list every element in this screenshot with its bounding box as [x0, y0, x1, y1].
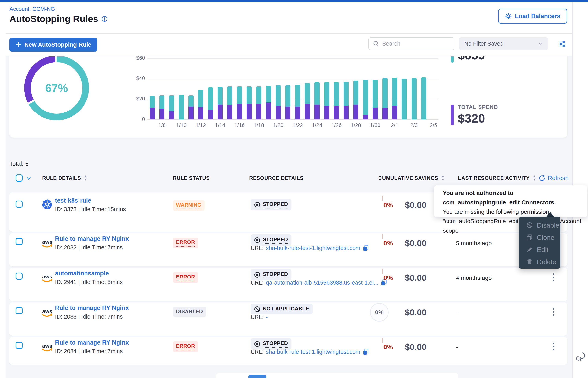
- resource-state-badge: NOT APPLICABLE: [251, 304, 313, 314]
- savings-percent: 0%: [383, 343, 393, 351]
- bar-1/10: [179, 95, 184, 119]
- platform-icon: aws: [42, 272, 53, 283]
- bar-1/29: [363, 80, 368, 119]
- bar-1/25: [324, 82, 329, 119]
- menu-item-edit[interactable]: Edit: [519, 243, 561, 256]
- pagination-current-page[interactable]: [248, 375, 267, 378]
- row-checkbox[interactable]: [15, 342, 23, 349]
- rule-status-badge: WARNING: [173, 200, 205, 211]
- row-actions-kebab[interactable]: [549, 342, 558, 352]
- stopped-icon: [254, 341, 260, 347]
- rule-meta: ID: 2941 | Idle Time: 5mins: [55, 279, 123, 285]
- savings-percent-cell: 0%: [366, 268, 393, 287]
- new-autostopping-rule-button[interactable]: New AutoStopping Rule: [9, 38, 97, 52]
- bar-1/7: [150, 96, 155, 119]
- page-header: Account: CCM-NG AutoStopping Rules Load …: [5, 2, 572, 34]
- savings-amount: $0.00: [405, 238, 426, 248]
- row-actions-kebab[interactable]: [549, 307, 558, 318]
- load-balancers-button[interactable]: Load Balancers: [498, 9, 567, 24]
- resource-url-link[interactable]: -: [266, 314, 268, 320]
- savings-percent: 0%: [370, 303, 389, 322]
- bar-1/26: [334, 82, 339, 119]
- rule-meta: ID: 3373 | Idle Time: 15mins: [55, 206, 126, 213]
- column-header-last-resource-activity[interactable]: LAST RESOURCE ACTIVITY: [458, 173, 536, 183]
- bar-1/23: [305, 83, 310, 119]
- x-tick-label: 1/8: [153, 122, 171, 128]
- x-tick-label: 1/24: [308, 122, 326, 128]
- rule-name-link[interactable]: Rule to manage RY Nginx: [55, 339, 129, 346]
- total-spend-accent-bar: [451, 105, 454, 125]
- aws-icon: aws: [42, 272, 53, 283]
- savings-amount: $0.00: [405, 308, 426, 317]
- saved-filter-value: No Filter Saved: [464, 40, 503, 47]
- savings-percent-cell: 0%: [366, 195, 393, 215]
- aws-icon: aws: [42, 307, 53, 318]
- page-title: AutoStopping Rules: [9, 13, 98, 24]
- row-checkbox[interactable]: [15, 307, 23, 314]
- last-activity: 4 months ago: [456, 275, 492, 281]
- row-checkbox[interactable]: [15, 238, 23, 245]
- menu-item-disable[interactable]: Disable: [519, 219, 561, 231]
- row-checkbox[interactable]: [15, 201, 23, 208]
- row-actions-kebab[interactable]: [549, 273, 558, 283]
- table-row: aws automationsample ID: 2941 | Idle Tim…: [9, 268, 567, 301]
- resource-url-link[interactable]: qa-automation-alb-515563988.us-east-1.el…: [266, 280, 378, 286]
- sort-icon[interactable]: [84, 175, 87, 181]
- x-tick-label: 1/22: [289, 122, 307, 128]
- bar-1/16: [237, 86, 242, 119]
- x-tick-label: 1/10: [173, 122, 190, 128]
- sort-icon[interactable]: [533, 175, 536, 181]
- bar-1/11: [189, 95, 193, 119]
- resource-state-badge: STOPPED: [251, 338, 292, 350]
- search-input[interactable]: [382, 40, 447, 47]
- saved-filter-dropdown[interactable]: No Filter Saved: [459, 37, 548, 50]
- menu-item-delete[interactable]: Delete: [519, 256, 561, 268]
- chat-bubbles-icon: [575, 351, 587, 363]
- bar-2/3: [411, 78, 417, 119]
- tooltip-line-2: You are missing the following permission…: [443, 207, 587, 216]
- select-all-checkbox[interactable]: [15, 175, 23, 182]
- sort-icon[interactable]: [441, 175, 445, 181]
- bar-1/27: [344, 82, 349, 119]
- x-tick-label: 2/3: [405, 122, 423, 128]
- savings-donut-chart: 67%: [24, 55, 89, 120]
- search-icon: [373, 40, 379, 47]
- stopped-icon: [254, 272, 260, 278]
- bar-1/30: [373, 80, 378, 119]
- filter-panel-button[interactable]: [558, 39, 567, 49]
- breadcrumb-account-link[interactable]: Account: CCM-NG: [9, 6, 55, 12]
- refresh-button[interactable]: Refresh: [538, 173, 569, 183]
- rule-name-link[interactable]: test-k8s-rule: [55, 197, 91, 204]
- savings-percent-cell: 0%: [366, 337, 393, 357]
- savings-percent: 0%: [383, 239, 393, 247]
- rule-name-link[interactable]: Rule to manage RY Nginx: [55, 304, 129, 311]
- bar-chart-x-axis: 1/81/101/121/141/161/181/201/221/241/261…: [147, 122, 438, 129]
- toolbar: New AutoStopping Rule No Filter Saved: [5, 33, 572, 56]
- bar-1/8: [159, 95, 165, 119]
- select-menu-chevron-icon[interactable]: [26, 176, 32, 181]
- resource-url: URL: sha-bulk-rule-test-1.lightwingtest.…: [251, 245, 369, 251]
- rule-name-link[interactable]: automationsample: [55, 270, 109, 277]
- resource-url-link[interactable]: sha-bulk-rule-test-1.lightwingtest.com: [266, 245, 360, 251]
- search-field[interactable]: [369, 37, 454, 50]
- rule-meta: ID: 2033 | Idle Time: 7mins: [55, 313, 123, 320]
- menu-item-clone[interactable]: Clone: [519, 231, 561, 243]
- table-row: aws Rule to manage RY Nginx ID: 2033 | I…: [9, 302, 567, 336]
- resource-state-badge: STOPPED: [251, 199, 292, 210]
- total-spend-value: $320: [458, 111, 485, 125]
- new-rule-label: New AutoStopping Rule: [24, 41, 91, 48]
- column-header-rule-details[interactable]: RULE DETAILS: [42, 173, 87, 183]
- column-header-cumulative-savings[interactable]: CUMULATIVE SAVINGS: [378, 173, 445, 183]
- pagination-bar: [216, 373, 458, 378]
- bar-1/18: [256, 86, 261, 119]
- x-tick-label: 1/12: [192, 122, 209, 128]
- rule-meta: ID: 2032 | Idle Time: 7mins: [55, 244, 123, 251]
- resource-url-link[interactable]: sha-bulk-rule-test-1.lightwingtest.com: [266, 349, 360, 355]
- row-checkbox[interactable]: [15, 273, 23, 280]
- info-icon[interactable]: [102, 16, 108, 22]
- help-chat-button[interactable]: [575, 351, 587, 363]
- rule-name-link[interactable]: Rule to manage RY Nginx: [55, 235, 129, 242]
- top-accent-strip: [0, 0, 588, 2]
- platform-icon: aws: [42, 238, 53, 249]
- svg-text:aws: aws: [42, 274, 52, 280]
